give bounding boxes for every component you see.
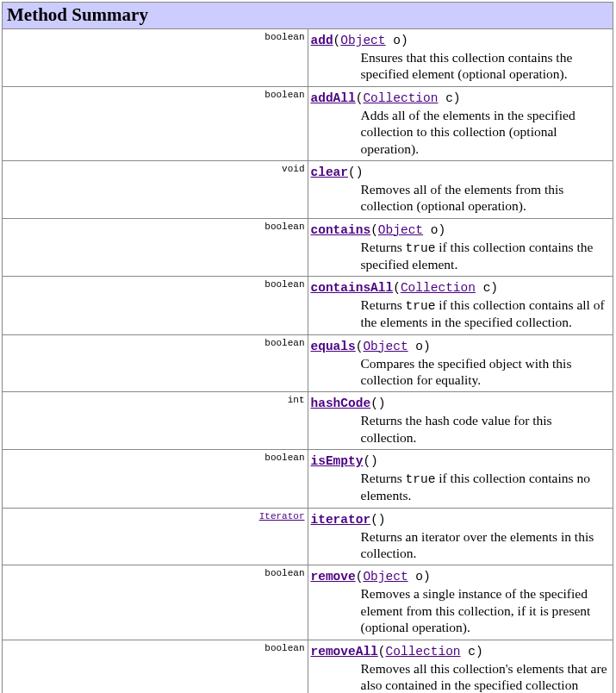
return-type: void xyxy=(3,160,308,218)
method-description: Returns true if this collection contains… xyxy=(361,297,611,331)
param-var: c) xyxy=(461,645,483,659)
method-signature: contains(Object o) xyxy=(311,223,446,237)
return-type: boolean xyxy=(3,334,308,392)
method-signature: clear() xyxy=(311,165,364,179)
table-row: booleanremoveAll(Collection c)Removes al… xyxy=(3,640,613,693)
return-type-text: boolean xyxy=(264,222,304,232)
method-cell: clear()Removes all of the elements from … xyxy=(308,160,613,218)
param-type-link[interactable]: Collection xyxy=(401,281,476,295)
method-signature: containsAll(Collection c) xyxy=(311,281,499,295)
table-row: inthashCode()Returns the hash code value… xyxy=(3,392,613,450)
desc-code: true xyxy=(406,241,436,255)
desc-pre: Returns an iterator over the elements in… xyxy=(361,529,594,560)
method-cell: equals(Object o)Compares the specified o… xyxy=(308,334,613,392)
paren-open: () xyxy=(370,513,385,527)
param-var: c) xyxy=(476,281,498,295)
method-link[interactable]: contains xyxy=(311,223,371,237)
return-type-text: boolean xyxy=(264,90,304,100)
return-type-text: boolean xyxy=(264,338,304,348)
desc-pre: Returns xyxy=(361,471,406,485)
param-type-link[interactable]: Object xyxy=(363,340,408,353)
method-description: Returns true if this collection contains… xyxy=(361,239,611,273)
method-cell: addAll(Collection c)Adds all of the elem… xyxy=(308,86,613,160)
return-type: boolean xyxy=(3,450,308,509)
method-link[interactable]: remove xyxy=(311,570,356,584)
method-signature: hashCode() xyxy=(311,396,386,410)
param-type-link[interactable]: Object xyxy=(378,223,423,237)
return-type-text: void xyxy=(282,164,304,174)
method-signature: add(Object o) xyxy=(311,34,408,47)
method-description: Removes all this collection's elements t… xyxy=(361,660,611,694)
return-type-link[interactable]: Iterator xyxy=(259,511,305,521)
method-link[interactable]: equals xyxy=(311,340,356,353)
return-type-text: boolean xyxy=(264,32,304,42)
table-row: booleanaddAll(Collection c)Adds all of t… xyxy=(3,86,613,160)
desc-pre: Removes all of the elements from this co… xyxy=(361,182,564,213)
desc-pre: Removes all this collection's elements t… xyxy=(361,661,607,694)
param-var: o) xyxy=(386,34,408,47)
table-row: booleancontainsAll(Collection c)Returns … xyxy=(3,277,613,335)
paren-open: () xyxy=(370,396,385,410)
return-type-text: boolean xyxy=(264,643,304,653)
desc-pre: Adds all of the elements in the specifie… xyxy=(361,108,576,156)
paren-open: ( xyxy=(378,645,386,659)
return-type: boolean xyxy=(3,86,308,160)
param-var: o) xyxy=(408,340,431,353)
desc-pre: Compares the specified object with this … xyxy=(361,356,572,387)
method-description: Ensures that this collection contains th… xyxy=(361,49,611,83)
table-header: Method Summary xyxy=(3,3,613,29)
method-signature: removeAll(Collection c) xyxy=(311,645,483,659)
return-type: Iterator xyxy=(3,508,308,565)
method-signature: addAll(Collection c) xyxy=(311,91,461,105)
desc-pre: Returns xyxy=(361,240,406,254)
method-description: Returns true if this collection contains… xyxy=(361,470,611,504)
method-description: Returns an iterator over the elements in… xyxy=(361,528,611,562)
method-cell: isEmpty()Returns true if this collection… xyxy=(308,450,613,509)
method-description: Removes all of the elements from this co… xyxy=(361,181,611,215)
method-link[interactable]: hashCode xyxy=(311,396,371,410)
method-link[interactable]: clear xyxy=(311,165,349,179)
paren-open: () xyxy=(363,454,377,468)
return-type: boolean xyxy=(3,640,308,693)
method-description: Compares the specified object with this … xyxy=(361,355,611,389)
return-type: boolean xyxy=(3,277,308,335)
table-row: booleanequals(Object o)Compares the spec… xyxy=(3,334,613,392)
param-type-link[interactable]: Object xyxy=(340,34,385,47)
paren-open: ( xyxy=(370,223,378,237)
method-link[interactable]: isEmpty xyxy=(311,454,364,468)
param-type-link[interactable]: Collection xyxy=(386,645,461,659)
table-row: booleanremove(Object o)Removes a single … xyxy=(3,565,613,640)
method-signature: equals(Object o) xyxy=(311,340,431,353)
param-var: o) xyxy=(423,223,445,237)
desc-pre: Returns xyxy=(361,297,406,312)
method-link[interactable]: addAll xyxy=(311,91,356,105)
paren-open: () xyxy=(348,165,363,179)
method-link[interactable]: containsAll xyxy=(311,281,394,295)
method-signature: remove(Object o) xyxy=(311,570,431,584)
method-cell: iterator()Returns an iterator over the e… xyxy=(308,508,613,565)
table-row: booleanadd(Object o)Ensures that this co… xyxy=(3,29,613,87)
method-description: Adds all of the elements in the specifie… xyxy=(361,107,611,157)
method-cell: remove(Object o)Removes a single instanc… xyxy=(308,565,613,640)
method-description: Removes a single instance of the specifi… xyxy=(361,585,611,635)
method-link[interactable]: removeAll xyxy=(311,645,378,659)
table-row: voidclear()Removes all of the elements f… xyxy=(3,160,613,218)
desc-code: true xyxy=(406,299,436,313)
table-row: booleancontains(Object o)Returns true if… xyxy=(3,218,613,277)
desc-pre: Removes a single instance of the specifi… xyxy=(361,586,591,634)
param-type-link[interactable]: Collection xyxy=(363,91,438,105)
param-var: c) xyxy=(438,91,460,105)
method-cell: contains(Object o)Returns true if this c… xyxy=(308,218,613,277)
return-type-text: boolean xyxy=(264,453,304,463)
method-link[interactable]: add xyxy=(311,34,333,47)
param-type-link[interactable]: Object xyxy=(363,570,408,584)
method-summary-table: Method Summary booleanadd(Object o)Ensur… xyxy=(2,2,613,693)
desc-pre: Returns the hash code value for this col… xyxy=(361,413,552,444)
table-row: Iteratoriterator()Returns an iterator ov… xyxy=(3,508,613,565)
return-type-text: boolean xyxy=(264,279,304,290)
method-signature: iterator() xyxy=(311,513,386,527)
method-link[interactable]: iterator xyxy=(311,513,371,527)
method-cell: removeAll(Collection c)Removes all this … xyxy=(308,640,613,693)
method-cell: containsAll(Collection c)Returns true if… xyxy=(308,277,613,335)
return-type-text: int xyxy=(288,395,305,405)
